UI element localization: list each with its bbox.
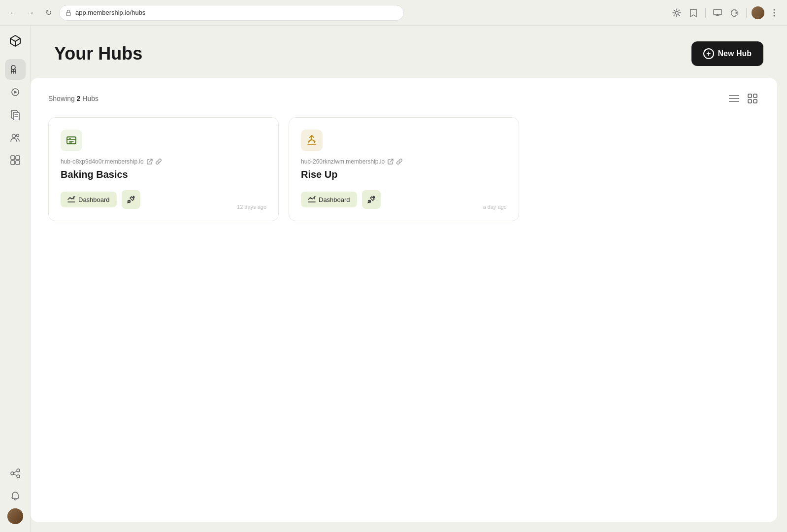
hub-title-2: Rise Up — [301, 169, 507, 180]
svg-rect-21 — [11, 161, 15, 165]
list-view-button[interactable] — [727, 92, 741, 105]
svg-rect-20 — [16, 156, 20, 160]
cast-btn[interactable] — [711, 6, 724, 20]
hub-icon-rise-up — [301, 130, 323, 151]
browser-chrome: ← → ↻ app.membership.io/hubs — [0, 0, 787, 26]
hub-card-baking-basics: hub-o8xp9d4o0r.membership.io — [48, 117, 279, 221]
dashboard-label-2: Dashboard — [319, 196, 350, 203]
svg-rect-19 — [11, 156, 15, 160]
svg-point-4 — [774, 12, 775, 13]
page-title: Your Hubs — [54, 43, 142, 64]
hub-title-1: Baking Basics — [61, 169, 266, 180]
browser-right-controls — [670, 6, 781, 20]
hub-icon-baking — [61, 130, 82, 151]
svg-point-23 — [11, 472, 14, 475]
address-bar[interactable]: app.membership.io/hubs — [59, 5, 404, 21]
svg-rect-0 — [66, 12, 70, 16]
extensions-btn[interactable] — [727, 6, 741, 20]
content-area: Showing 2 Hubs — [31, 78, 777, 522]
app-wrapper: Your Hubs + New Hub Showing 2 Hubs — [0, 0, 787, 532]
view-toggle — [727, 92, 759, 105]
main-content: Your Hubs + New Hub Showing 2 Hubs — [31, 26, 787, 532]
forward-button[interactable]: → — [24, 6, 37, 20]
external-link-icon-2[interactable] — [388, 159, 394, 165]
new-hub-label: New Hub — [718, 49, 752, 58]
hub-card-rise-up: hub-260rknzlwm.membership.io — [289, 117, 519, 221]
sidebar-logo[interactable] — [6, 33, 24, 51]
svg-marker-12 — [14, 91, 17, 94]
svg-rect-35 — [754, 94, 757, 98]
svg-line-27 — [14, 474, 17, 476]
sidebar-item-apps[interactable] — [5, 150, 26, 170]
hubs-grid: hub-o8xp9d4o0r.membership.io — [48, 117, 759, 221]
lock-icon — [66, 9, 71, 16]
extension-btn[interactable] — [670, 6, 684, 20]
svg-rect-36 — [748, 100, 752, 103]
hub-count: 2 — [77, 95, 81, 102]
sidebar-item-pages[interactable] — [5, 104, 26, 125]
tools-button-1[interactable] — [122, 190, 140, 209]
hub-url-row-2: hub-260rknzlwm.membership.io — [301, 158, 507, 165]
svg-rect-42 — [69, 138, 71, 139]
dashboard-button-2[interactable]: Dashboard — [301, 192, 357, 207]
divider — [705, 8, 706, 18]
copy-link-icon-2[interactable] — [396, 159, 402, 165]
page-header: Your Hubs + New Hub — [31, 26, 787, 78]
svg-rect-34 — [748, 94, 752, 98]
back-button[interactable]: ← — [6, 6, 20, 20]
hub-timestamp-2: a day ago — [483, 204, 507, 210]
grid-view-button[interactable] — [746, 92, 759, 105]
divider-2 — [746, 8, 747, 18]
external-link-icon-1[interactable] — [147, 159, 153, 165]
svg-point-18 — [16, 134, 19, 137]
bookmark-btn[interactable] — [687, 6, 700, 20]
sidebar-user-avatar[interactable] — [7, 508, 23, 524]
sidebar-item-notifications[interactable] — [5, 486, 26, 506]
hub-card-actions-1: Dashboard — [61, 190, 266, 209]
showing-bar: Showing 2 Hubs — [48, 92, 759, 105]
hub-url-1: hub-o8xp9d4o0r.membership.io — [61, 158, 144, 165]
menu-btn[interactable] — [767, 6, 781, 20]
dashboard-button-1[interactable]: Dashboard — [61, 192, 117, 207]
copy-link-icon-1[interactable] — [156, 159, 162, 165]
showing-text: Showing 2 Hubs — [48, 95, 98, 102]
sidebar-bottom — [5, 463, 26, 524]
sidebar-item-content[interactable] — [5, 82, 26, 102]
sidebar-item-members[interactable] — [5, 127, 26, 148]
svg-point-17 — [12, 134, 15, 138]
dashboard-label-1: Dashboard — [78, 196, 110, 203]
new-hub-button[interactable]: + New Hub — [691, 41, 763, 66]
svg-point-3 — [774, 9, 775, 10]
svg-point-6 — [11, 66, 15, 69]
svg-point-25 — [17, 475, 20, 478]
svg-point-24 — [17, 469, 20, 472]
tools-button-2[interactable] — [362, 190, 381, 209]
browser-profile-avatar[interactable] — [752, 6, 764, 19]
hub-url-row-1: hub-o8xp9d4o0r.membership.io — [61, 158, 266, 165]
svg-point-1 — [675, 11, 678, 14]
hub-url-2: hub-260rknzlwm.membership.io — [301, 158, 385, 165]
address-text: app.membership.io/hubs — [75, 9, 145, 16]
plus-circle-icon: + — [703, 48, 714, 59]
reload-button[interactable]: ↻ — [41, 6, 55, 20]
svg-rect-22 — [16, 161, 20, 165]
hub-card-actions-2: Dashboard — [301, 190, 507, 209]
sidebar — [0, 26, 31, 532]
svg-rect-37 — [754, 100, 757, 103]
svg-point-5 — [774, 15, 775, 16]
svg-line-45 — [308, 140, 310, 141]
hub-timestamp-1: 12 days ago — [237, 204, 266, 210]
sidebar-item-affiliates[interactable] — [5, 463, 26, 484]
svg-line-46 — [313, 140, 315, 141]
sidebar-item-hubs[interactable] — [5, 59, 26, 80]
svg-line-26 — [14, 471, 17, 473]
